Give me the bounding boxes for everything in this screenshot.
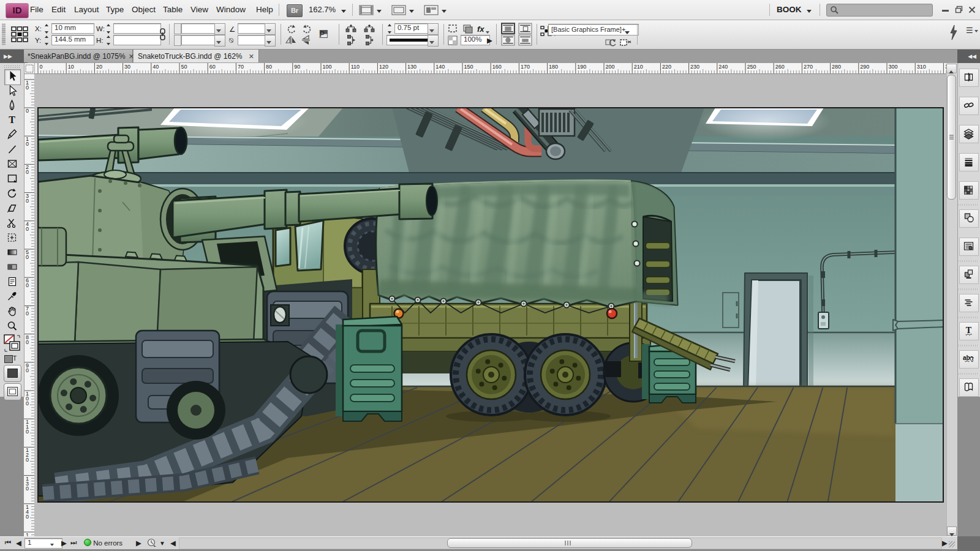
svg-text:0: 0 bbox=[26, 282, 29, 288]
svg-text:40: 40 bbox=[153, 64, 159, 70]
svg-text:300: 300 bbox=[889, 64, 898, 70]
svg-text:T: T bbox=[9, 114, 15, 125]
svg-text:230: 230 bbox=[690, 64, 699, 70]
svg-text:0: 0 bbox=[26, 400, 29, 407]
svg-text:170: 170 bbox=[521, 64, 530, 70]
svg-text:150: 150 bbox=[464, 64, 473, 70]
svg-text:1: 1 bbox=[26, 532, 29, 536]
svg-text:160: 160 bbox=[492, 64, 502, 70]
svg-text:0: 0 bbox=[26, 514, 29, 520]
svg-text:0: 0 bbox=[40, 64, 43, 70]
svg-text:0: 0 bbox=[26, 226, 29, 232]
svg-text:290: 290 bbox=[860, 64, 869, 70]
svg-text:0: 0 bbox=[26, 485, 29, 492]
svg-text:0: 0 bbox=[26, 310, 29, 317]
svg-text:200: 200 bbox=[606, 64, 615, 70]
svg-text:0: 0 bbox=[26, 108, 29, 114]
svg-text:20: 20 bbox=[96, 64, 102, 70]
svg-text:100: 100 bbox=[323, 64, 332, 70]
svg-text:80: 80 bbox=[266, 64, 272, 70]
svg-text:210: 210 bbox=[634, 64, 643, 70]
svg-text:0: 0 bbox=[26, 254, 29, 260]
svg-text:190: 190 bbox=[577, 64, 586, 70]
svg-text:T: T bbox=[966, 326, 972, 335]
svg-text:0: 0 bbox=[26, 169, 29, 175]
svg-text:130: 130 bbox=[407, 64, 417, 70]
svg-text:260: 260 bbox=[775, 64, 785, 70]
svg-text:30: 30 bbox=[124, 64, 130, 70]
svg-text:0: 0 bbox=[26, 457, 29, 463]
svg-text:0: 0 bbox=[26, 141, 29, 147]
svg-text:0: 0 bbox=[26, 339, 29, 345]
svg-text:0: 0 bbox=[26, 84, 29, 91]
svg-text:110: 110 bbox=[351, 64, 360, 70]
svg-text:270: 270 bbox=[804, 64, 813, 70]
svg-text:10: 10 bbox=[68, 64, 74, 70]
svg-text:70: 70 bbox=[238, 64, 244, 70]
svg-text:60: 60 bbox=[209, 64, 216, 70]
svg-text:240: 240 bbox=[718, 64, 728, 70]
svg-text:50: 50 bbox=[181, 64, 187, 70]
svg-text:140: 140 bbox=[435, 64, 445, 70]
svg-text:250: 250 bbox=[747, 64, 756, 70]
svg-text:0: 0 bbox=[26, 429, 29, 435]
svg-text:120: 120 bbox=[379, 64, 388, 70]
svg-text:180: 180 bbox=[549, 64, 558, 70]
svg-text:90: 90 bbox=[294, 64, 300, 70]
svg-text:220: 220 bbox=[662, 64, 671, 70]
svg-text:310: 310 bbox=[917, 64, 926, 70]
svg-text:0: 0 bbox=[26, 198, 29, 204]
svg-text:280: 280 bbox=[832, 64, 841, 70]
svg-text:0: 0 bbox=[26, 367, 29, 373]
